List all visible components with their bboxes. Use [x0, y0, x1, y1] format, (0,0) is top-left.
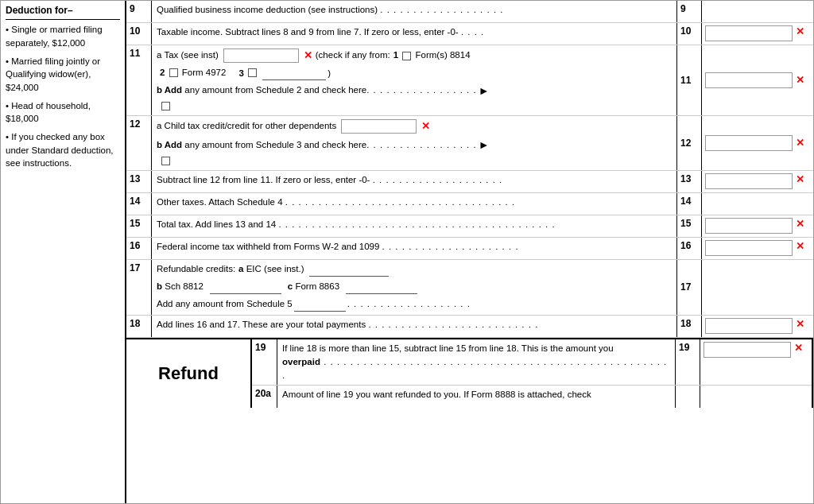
line-12-input-cell[interactable]: ✕: [702, 116, 813, 170]
line-11-x: ✕: [796, 74, 804, 86]
line-14-row: 14 Other taxes. Attach Schedule 4 . . . …: [126, 193, 813, 215]
line-11-part-a: a Tax (see inst) ✕ (check if any from: 1…: [157, 48, 672, 64]
line-12-a-input[interactable]: [341, 119, 417, 134]
line-16-text: Federal income tax withheld from Forms W…: [157, 242, 379, 251]
line-16-num: 16: [126, 238, 152, 259]
line-11-input-cell[interactable]: ✕: [702, 45, 813, 115]
line-17-b-input[interactable]: [210, 280, 281, 294]
line-10-dots: . . . .: [461, 27, 484, 37]
line-9-input-cell: [702, 1, 813, 22]
line-18-label: 18: [676, 316, 702, 337]
line-15-input-cell[interactable]: ✕: [702, 215, 813, 237]
line-18-text: Add lines 16 and 17. These are your tota…: [157, 320, 366, 329]
line-15-num: 15: [126, 215, 152, 237]
line-17-row: 17 Refundable credits: a EIC (see inst.)…: [126, 260, 813, 316]
line-15-content: Total tax. Add lines 13 and 14 . . . . .…: [152, 215, 676, 237]
line-11-part-b: b Add any amount from Schedule 2 and che…: [157, 83, 672, 99]
line-17-refundable: Refundable credits:: [157, 262, 235, 276]
line-12-part-b: b Add any amount from Schedule 3 and che…: [157, 137, 672, 153]
line-18-dots: . . . . . . . . . . . . . . . . . . . . …: [368, 320, 538, 329]
line-13-label: 13: [676, 171, 702, 192]
line-11-checkbox-b: [157, 99, 672, 113]
line-14-text: Other taxes. Attach Schedule 4: [157, 197, 283, 207]
line-9-content: Qualified business income deduction (see…: [152, 1, 676, 22]
line-10-row: 10 Taxable income. Subtract lines 8 and …: [126, 23, 813, 45]
line-19-input[interactable]: [704, 342, 791, 358]
line-18-num: 18: [126, 316, 152, 337]
line-13-row: 13 Subtract line 12 from line 11. If zer…: [126, 171, 813, 193]
line-11-a-x: ✕: [304, 48, 312, 64]
line-11-input[interactable]: [705, 72, 793, 88]
line-13-x: ✕: [796, 173, 804, 185]
line-19-x: ✕: [794, 342, 803, 354]
line-12-input[interactable]: [705, 135, 793, 151]
deduction-item-2: • Married filing jointly or Qualifying w…: [6, 55, 120, 95]
line-17-part-a: Refundable credits: a EIC (see inst.): [157, 262, 672, 277]
line-11-check2[interactable]: [169, 68, 178, 77]
line-10-content: Taxable income. Subtract lines 8 and 9 f…: [152, 23, 676, 45]
line-11-a-input[interactable]: [223, 48, 299, 63]
line-19-num: 19: [252, 339, 277, 386]
line-18-input-cell[interactable]: ✕: [702, 316, 813, 337]
line-12-b-dots: . . . . . . . . . . . . . . . . .: [366, 138, 476, 152]
line-11-arrow: ►: [479, 83, 490, 99]
line-16-dots: . . . . . . . . . . . . . . . . . . . . …: [382, 242, 519, 251]
line-13-input[interactable]: [705, 173, 793, 189]
line-20a-num: 20a: [252, 386, 277, 408]
line-12-arrow: ►: [479, 137, 490, 153]
line-12-a-x: ✕: [421, 118, 430, 134]
line-18-input[interactable]: [705, 318, 793, 334]
line-12-part-a: a Child tax credit/credit for other depe…: [157, 118, 672, 134]
line-11-check-b[interactable]: [161, 102, 170, 110]
line-17-input-cell: [702, 260, 813, 315]
line-9-row: 9 Qualified business income deduction (s…: [126, 1, 813, 23]
line-9-label: 9: [676, 1, 702, 22]
line-10-input-cell[interactable]: ✕: [702, 23, 813, 45]
line-13-num: 13: [126, 171, 152, 192]
line-11-check1[interactable]: [402, 52, 411, 60]
line-17-a-input[interactable]: [309, 262, 389, 277]
line-17-c-input[interactable]: [346, 280, 417, 294]
deduction-header: Deduction for–: [6, 4, 120, 20]
line-17-label: 17: [676, 260, 702, 315]
line-12-content: a Child tax credit/credit for other depe…: [152, 116, 676, 170]
line-13-input-cell[interactable]: ✕: [702, 171, 813, 192]
line-17-add-input[interactable]: [294, 297, 346, 312]
line-20a-label: [675, 386, 700, 408]
line-16-x: ✕: [796, 240, 804, 252]
line-14-content: Other taxes. Attach Schedule 4 . . . . .…: [152, 193, 676, 215]
line-16-input[interactable]: [705, 240, 793, 256]
line-16-input-cell[interactable]: ✕: [702, 238, 813, 259]
line-15-text: Total tax. Add lines 13 and 14: [157, 219, 276, 229]
line-11-a-label: a Tax (see inst): [157, 48, 219, 62]
line-12-check-b[interactable]: [161, 157, 170, 165]
line-13-dots: . . . . . . . . . . . . . . . . . . . .: [373, 175, 503, 184]
line-9-num: 9: [126, 1, 152, 22]
line-11-label: 11: [676, 45, 702, 115]
line-18-content: Add lines 16 and 17. These are your tota…: [152, 316, 676, 337]
line-11-check-label: (check if any from:: [316, 48, 390, 62]
line-16-content: Federal income tax withheld from Forms W…: [152, 238, 676, 259]
line-14-dots: . . . . . . . . . . . . . . . . . . . . …: [285, 197, 515, 207]
line-11-num: 11: [126, 45, 152, 115]
line-15-input[interactable]: [705, 218, 793, 234]
line-14-input-cell: [702, 193, 813, 215]
line-11-check3[interactable]: [248, 68, 257, 77]
line-10-x: ✕: [796, 25, 804, 37]
line-16-row: 16 Federal income tax withheld from Form…: [126, 238, 813, 260]
line-10-input[interactable]: [705, 25, 793, 41]
line-19-input-cell[interactable]: ✕: [700, 339, 812, 386]
line-17-c-label: c Form 8863: [288, 280, 339, 293]
line-15-dots: . . . . . . . . . . . . . . . . . . . . …: [278, 219, 555, 229]
line-19-bold: overpaid . . . . . . . . . . . . . . . .…: [282, 355, 670, 383]
line-11-part3-input[interactable]: [262, 66, 326, 80]
line-12-b-label: b Add any amount from Schedule 3 and che…: [157, 138, 366, 152]
line-17-add-text: Add any amount from Schedule 5: [157, 297, 293, 311]
line-20a-row: 20a Amount of line 19 you want refunded …: [252, 386, 812, 408]
line-13-text: Subtract line 12 from line 11. If zero o…: [157, 175, 370, 184]
line-9-dots: . . . . . . . . . . . . . . . . . . .: [380, 5, 503, 14]
line-20a-text: Amount of line 19 you want refunded to y…: [282, 390, 591, 399]
line-11-form8814: 1 Form(s) 8814: [393, 48, 471, 62]
line-11-form4972: 2 Form 4972: [160, 66, 226, 79]
deduction-item-1: • Single or married filing separately, $…: [6, 23, 120, 49]
